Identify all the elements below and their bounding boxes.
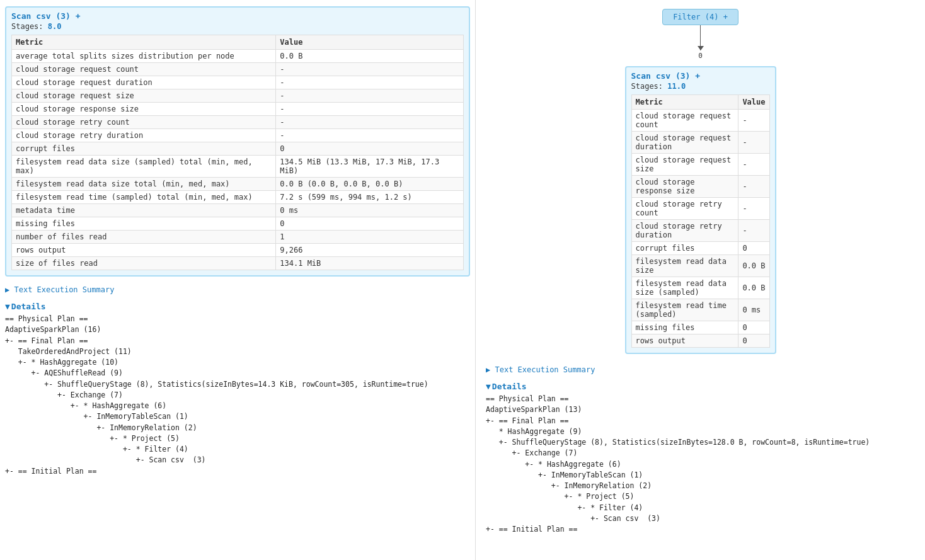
left-scan-card: Scan csv (3) + Stages: 8.0 Metric Value … (5, 6, 470, 277)
left-metric-value: - (276, 76, 464, 89)
left-value-col-header: Value (276, 35, 464, 50)
left-metric-value: 9,266 (276, 244, 464, 257)
right-code-block: == Physical Plan == AdaptiveSparkPlan (1… (486, 394, 920, 535)
left-table-row: average total splits sizes distribution … (12, 50, 464, 63)
filter-node-plus[interactable]: + (723, 13, 728, 21)
left-table-row: number of files read1 (12, 231, 464, 244)
right-details-header[interactable]: Details (486, 382, 920, 391)
left-metric-value: 134.5 MiB (13.3 MiB, 17.3 MiB, 17.3 MiB) (276, 156, 464, 178)
right-metric-name: cloud storage response size (631, 176, 738, 198)
left-metric-value: 134.1 MiB (276, 257, 464, 270)
left-table-row: cloud storage response size- (12, 103, 464, 116)
left-details-section: Details == Physical Plan == AdaptiveSpar… (5, 302, 470, 477)
right-scan-card-title: Scan csv (3) + (631, 71, 770, 81)
filter-node[interactable]: Filter (4) + (662, 9, 738, 25)
left-metric-name: rows output (12, 244, 276, 257)
right-metric-value: - (738, 132, 769, 154)
left-table-row: metadata time0 ms (12, 204, 464, 217)
right-value-col-header: Value (738, 95, 769, 110)
left-details-header[interactable]: Details (5, 302, 470, 311)
left-scan-card-title: Scan csv (3) + (11, 11, 464, 21)
right-metric-value: 0 (738, 334, 769, 348)
right-metric-value: 0.0 B (738, 255, 769, 277)
right-text-exec-summary[interactable]: Text Execution Summary (486, 363, 920, 377)
left-metric-name: filesystem read data size total (min, me… (12, 178, 276, 191)
left-table-row: cloud storage request duration- (12, 76, 464, 89)
right-metric-name: filesystem read time (sampled) (631, 299, 738, 321)
left-metric-name: cloud storage request size (12, 89, 276, 103)
right-metrics-table: Metric Value cloud storage request count… (631, 94, 770, 348)
left-table-row: missing files0 (12, 217, 464, 231)
arrow-connector: 0 (698, 25, 703, 60)
right-metric-value: 0 ms (738, 299, 769, 321)
diagram-area: Filter (4) + 0 (481, 6, 920, 60)
right-table-row: filesystem read data size0.0 B (631, 255, 769, 277)
right-metric-value: - (738, 176, 769, 198)
left-code-block: == Physical Plan == AdaptiveSparkPlan (1… (5, 314, 470, 477)
filter-node-label: Filter (4) (673, 13, 718, 21)
left-metric-value: - (276, 116, 464, 129)
left-table-row: size of files read134.1 MiB (12, 257, 464, 270)
arrow-line (700, 25, 701, 50)
right-metric-value: 0.0 B (738, 277, 769, 299)
right-table-row: cloud storage request duration- (631, 132, 769, 154)
right-panel: Filter (4) + 0 Scan csv (3) + Stages: 11… (476, 0, 925, 560)
right-scan-card: Scan csv (3) + Stages: 11.0 Metric Value (625, 66, 776, 354)
right-metric-name: missing files (631, 321, 738, 334)
right-table-row: cloud storage retry duration- (631, 220, 769, 242)
right-scan-card-title-text: Scan csv (3) (631, 71, 691, 81)
left-metrics-table: Metric Value average total splits sizes … (11, 35, 464, 270)
right-metric-value: - (738, 198, 769, 220)
left-metric-value: - (276, 129, 464, 142)
left-metric-value: 7.2 s (599 ms, 994 ms, 1.2 s) (276, 191, 464, 204)
right-scan-card-plus[interactable]: + (695, 71, 700, 81)
right-metric-name: cloud storage retry count (631, 198, 738, 220)
right-metric-name: cloud storage retry duration (631, 220, 738, 242)
left-metric-value: 0 (276, 142, 464, 156)
left-text-exec-summary[interactable]: Text Execution Summary (5, 283, 470, 297)
left-metric-name: filesystem read data size (sampled) tota… (12, 156, 276, 178)
right-metric-value: 0 (738, 242, 769, 255)
left-table-row: rows output9,266 (12, 244, 464, 257)
right-metric-col-header: Metric (631, 95, 738, 110)
left-metric-value: 0.0 B (0.0 B, 0.0 B, 0.0 B) (276, 178, 464, 191)
left-metric-name: cloud storage retry count (12, 116, 276, 129)
right-scan-stages: Stages: 11.0 (631, 82, 770, 91)
right-table-row: filesystem read time (sampled)0 ms (631, 299, 769, 321)
left-table-row: filesystem read time (sampled) total (mi… (12, 191, 464, 204)
left-metric-name: metadata time (12, 204, 276, 217)
left-metric-name: cloud storage request duration (12, 76, 276, 89)
left-table-row: corrupt files0 (12, 142, 464, 156)
right-metric-value: - (738, 110, 769, 132)
right-metric-name: cloud storage request size (631, 154, 738, 176)
right-metric-value: - (738, 220, 769, 242)
left-metric-name: corrupt files (12, 142, 276, 156)
right-metric-value: 0 (738, 321, 769, 334)
left-metric-name: number of files read (12, 231, 276, 244)
left-metric-col-header: Metric (12, 35, 276, 50)
right-metric-name: cloud storage request count (631, 110, 738, 132)
right-table-row: cloud storage request size- (631, 154, 769, 176)
right-metric-name: corrupt files (631, 242, 738, 255)
left-metric-name: missing files (12, 217, 276, 231)
right-metric-name: filesystem read data size (631, 255, 738, 277)
right-table-row: missing files0 (631, 321, 769, 334)
left-table-row: cloud storage request count- (12, 63, 464, 76)
left-scan-card-title-text: Scan csv (3) (11, 11, 71, 21)
right-metric-value: - (738, 154, 769, 176)
left-table-row: cloud storage retry count- (12, 116, 464, 129)
right-table-row: rows output0 (631, 334, 769, 348)
left-scan-stages: Stages: 8.0 (11, 22, 464, 31)
left-table-row: filesystem read data size total (min, me… (12, 178, 464, 191)
left-metric-value: - (276, 89, 464, 103)
left-metric-name: filesystem read time (sampled) total (mi… (12, 191, 276, 204)
left-metric-name: size of files read (12, 257, 276, 270)
right-table-row: cloud storage response size- (631, 176, 769, 198)
right-table-row: filesystem read data size (sampled)0.0 B (631, 277, 769, 299)
left-metric-value: 0.0 B (276, 50, 464, 63)
left-scan-card-plus[interactable]: + (76, 11, 81, 21)
left-metric-name: average total splits sizes distribution … (12, 50, 276, 63)
right-metric-name: cloud storage request duration (631, 132, 738, 154)
left-metric-value: 1 (276, 231, 464, 244)
left-metric-value: - (276, 63, 464, 76)
